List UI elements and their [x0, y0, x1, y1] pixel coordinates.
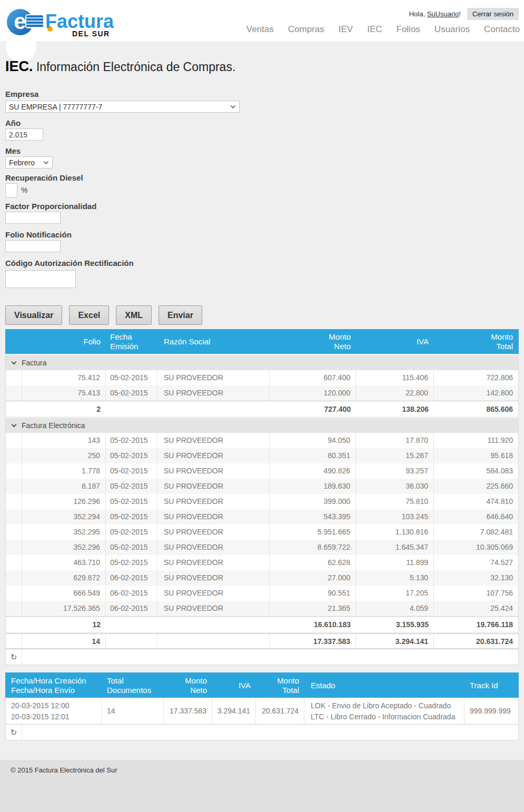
cell-monto-neto: 21.365 [270, 601, 356, 616]
cell-monto-total: 32.130 [434, 570, 518, 586]
col-track-id[interactable]: Track Id [464, 681, 518, 690]
folio-notificacion-input[interactable] [5, 240, 61, 252]
col-fecha-emision[interactable]: FechaEmisión [106, 332, 157, 351]
cell-iva: 5.130 [356, 570, 434, 586]
brand-logo[interactable]: e Factura DEL SUR [0, 0, 137, 41]
cell-expand [6, 634, 22, 648]
total-spacer [106, 634, 157, 648]
factor-proporcionalidad-input[interactable] [5, 212, 61, 224]
nav-item-ventas[interactable]: Ventas [246, 24, 274, 35]
cell-expand [6, 570, 22, 586]
cell-razon-social: SU PROVEEDOR [157, 463, 270, 479]
col-folio[interactable]: Folio [22, 337, 106, 346]
refresh-icon[interactable]: ↻ [11, 653, 17, 661]
cell-razon-social: SU PROVEEDOR [157, 570, 270, 586]
grand-total-row: 1417.337.5833.294.14120.631.724 [5, 633, 519, 649]
cell-folio: 352.295 [22, 524, 106, 540]
cell-expand [6, 540, 22, 555]
greeting-text: Hola, SuUsuario! [409, 10, 461, 18]
cell-monto-total: 10.305.069 [434, 540, 518, 555]
subtotal-monto-neto: 727.400 [270, 405, 356, 413]
col-iva[interactable]: IVA [212, 681, 256, 690]
grid-row: 352.29505-02-2015SU PROVEEDOR5.951.6651.… [5, 524, 519, 540]
anio-input[interactable] [5, 128, 43, 141]
nav-item-iec[interactable]: IEC [367, 24, 382, 35]
collapse-group-icon[interactable] [12, 422, 17, 428]
cell-razon-social: SU PROVEEDOR [157, 509, 270, 524]
cell-expand [6, 370, 22, 385]
xml-button[interactable]: XML [116, 305, 152, 325]
col-monto-total[interactable]: MontoTotal [434, 332, 518, 351]
cell-iva: 22.800 [356, 385, 434, 401]
cell-monto-total: 20.631.724 [256, 698, 304, 724]
cell-folio: 666.549 [22, 586, 106, 601]
cell-iva: 4.059 [356, 601, 434, 616]
grid-row: 126.29605-02-2015SU PROVEEDOR399.00075.8… [5, 494, 519, 509]
cell-fecha-emision: 05-02-2015 [106, 463, 157, 479]
mes-select[interactable]: Febrero [5, 156, 53, 169]
cell-monto-neto: 120.000 [270, 385, 356, 401]
total-monto-total: 20.631.724 [434, 634, 518, 648]
codigo-autorizacion-input[interactable] [5, 270, 76, 288]
factor-proporcionalidad-label: Factor Proporcionalidad [5, 202, 96, 211]
visualizar-button[interactable]: Visualizar [5, 305, 62, 325]
collapse-group-icon[interactable] [12, 360, 17, 365]
group-label: Factura Electrónica [22, 421, 85, 430]
cell-expand [6, 479, 22, 494]
grid-row: 75.41205-02-2015SU PROVEEDOR607.400115.4… [5, 370, 519, 385]
nav-item-compras[interactable]: Compras [288, 24, 324, 35]
username-link[interactable]: SuUsuario [427, 10, 459, 18]
logo-subtitle: DEL SUR [72, 29, 110, 38]
col-estado[interactable]: Estado [304, 681, 464, 690]
group-subtotal-row: 2727.400138.206865.606 [5, 401, 519, 417]
codigo-autorizacion-label: Código Autorización Rectificación [5, 259, 134, 268]
cell-iva: 36.030 [356, 479, 434, 494]
subtotal-count: 12 [22, 620, 106, 629]
nav-item-usuarios[interactable]: Usuarios [434, 24, 470, 35]
cell-fecha-emision: 05-02-2015 [106, 540, 157, 555]
nav-item-iev[interactable]: IEV [339, 24, 353, 35]
cell-razon-social: SU PROVEEDOR [157, 385, 270, 401]
grid-refresh-row: ↻ [5, 649, 519, 665]
cell-monto-total: 107.756 [434, 586, 518, 601]
cell-expand [6, 494, 22, 509]
cell-expand [6, 601, 22, 616]
cell-fecha-emision: 05-02-2015 [106, 448, 157, 463]
col-monto-neto[interactable]: MontoNeto [270, 332, 356, 351]
nav-item-contacto[interactable]: Contacto [484, 24, 520, 35]
cell-fecha-hora: 20-03-2015 12:00 20-03-2015 12:01 [6, 698, 102, 724]
nav-item-folios[interactable]: Folios [397, 24, 420, 35]
grid-row: 14305-02-2015SU PROVEEDOR94.05017.870111… [5, 433, 519, 448]
status-refresh-row: ↻ [5, 724, 519, 740]
cell-iva: 11.899 [356, 555, 434, 570]
col-iva[interactable]: IVA [356, 337, 434, 346]
enviar-button[interactable]: Enviar [159, 305, 202, 325]
subtotal-iva: 3.155.935 [356, 620, 434, 629]
col-monto-neto[interactable]: MontoNeto [164, 676, 212, 695]
cell-razon-social: SU PROVEEDOR [157, 448, 270, 463]
page-footer: © 2015 Factura Electrónica del Sur [0, 760, 524, 812]
cell-monto-total: 722.806 [434, 370, 518, 385]
cell-monto-neto: 90.551 [270, 586, 356, 601]
cell-iva: 17.870 [356, 433, 434, 448]
logout-button[interactable]: Cerrar sesión [467, 8, 519, 20]
cell-fecha-emision: 05-02-2015 [106, 385, 157, 401]
logo-badge-icon [25, 14, 44, 28]
col-monto-total[interactable]: MontoTotal [256, 676, 304, 695]
cell-razon-social: SU PROVEEDOR [157, 479, 270, 494]
col-razon-social[interactable]: Razón Social [157, 337, 270, 346]
recuperacion-diesel-input[interactable] [5, 183, 17, 197]
page-title: IEC. Información Electrónica de Compras. [5, 58, 235, 75]
cell-fecha-emision: 06-02-2015 [106, 570, 157, 586]
grid-row: 25005-02-2015SU PROVEEDOR80.35115.26795.… [5, 448, 519, 463]
empresa-select[interactable]: SU EMPRESA | 77777777-7 [5, 101, 240, 113]
folio-notificacion-label: Folio Notificación [5, 230, 72, 239]
refresh-icon[interactable]: ↻ [11, 728, 17, 736]
col-total-documentos[interactable]: TotalDocumentos [102, 676, 164, 695]
excel-button[interactable]: Excel [69, 305, 109, 325]
cell-monto-total: 474.810 [434, 494, 518, 509]
cell-monto-neto: 189.630 [270, 479, 356, 494]
col-fecha-hora[interactable]: Fecha/Hora CreaciónFecha/Hora Envío [6, 676, 102, 695]
cell-folio: 75.412 [22, 370, 106, 385]
grid-row: 629.87206-02-2015SU PROVEEDOR27.0005.130… [5, 570, 519, 586]
